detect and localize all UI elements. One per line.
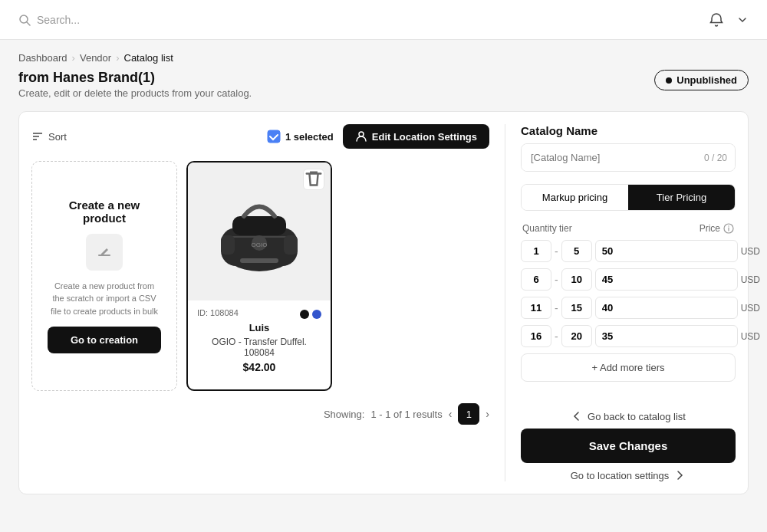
tier-rows: - USD - USD - USD - [521,240,736,347]
sort-button[interactable]: Sort [31,130,67,143]
tier-from-input-1[interactable] [521,268,551,291]
location-settings-label: Go to location settings [571,470,670,481]
breadcrumb: Dashboard › Vendor › Catalog list [0,40,767,64]
breadcrumb-current: Catalog list [124,52,173,64]
tier-from-input-0[interactable] [521,240,551,262]
svg-rect-13 [284,235,298,255]
catalog-name-label: Catalog Name [521,124,736,137]
product-price: $42.00 [197,361,321,373]
arrow-left-icon [571,410,583,422]
svg-rect-7 [98,255,110,256]
tier-price-input-2[interactable] [595,297,738,319]
edit-location-button[interactable]: Edit Location Settings [343,124,489,149]
tier-price-input-0[interactable] [595,240,738,262]
tier-row: - USD [521,297,736,319]
product-card-body: ID: 108084 Luis OGIO - Transfer Duffel. … [188,300,331,389]
edit-location-label: Edit Location Settings [372,131,477,143]
status-dot [666,77,672,84]
breadcrumb-sep-1: › [72,52,75,64]
tier-currency-1: USD [741,274,762,285]
search-icon [18,14,31,26]
svg-rect-12 [221,235,235,255]
save-changes-button[interactable]: Save Changes [521,429,736,463]
arrow-right-icon [673,469,686,481]
selected-label: 1 selected [285,131,334,143]
page-header: from Hanes Brand(1) Create, edit or dele… [0,64,767,111]
tier-from-input-2[interactable] [521,297,551,319]
catalog-name-section: Catalog Name 0 / 20 Markup pricing Tier … [521,124,736,394]
tier-dash-3: - [555,330,558,343]
product-image-area: OGIO [188,163,331,300]
tier-from-input-3[interactable] [521,325,551,347]
panel-divider [505,124,505,481]
pricing-tabs: Markup pricing Tier Pricing [521,184,736,211]
markup-pricing-tab[interactable]: Markup pricing [522,185,628,210]
create-card-icon [86,234,123,271]
main-content: Sort 1 selected Edit Location Settings [18,111,749,494]
tier-currency-2: USD [741,303,762,314]
search-bar[interactable]: Search... [18,14,700,26]
tier-price-input-3[interactable] [595,325,738,347]
tier-currency-3: USD [741,331,762,342]
tier-to-input-2[interactable] [561,297,592,319]
toolbar: Sort 1 selected Edit Location Settings [31,124,489,149]
page-1-button[interactable]: 1 [458,403,479,425]
person-icon [355,130,367,143]
svg-line-1 [27,22,30,25]
catalog-name-counter: 0 / 20 [704,153,727,163]
checkbox-checked-icon [267,130,281,143]
prev-page-button[interactable]: ‹ [449,408,453,420]
add-more-tiers-button[interactable]: + Add more tiers [521,353,736,382]
tier-row: - USD [521,268,736,291]
page-header-left: from Hanes Brand(1) Create, edit or dele… [18,70,252,99]
tier-pricing-tab[interactable]: Tier Pricing [628,185,735,210]
pagination: Showing: 1 - 1 of 1 results ‹ 1 › [31,403,489,425]
tier-row: - USD [521,240,736,262]
sort-icon [31,130,44,143]
svg-rect-10 [232,216,286,235]
tier-dash-0: - [555,245,558,258]
go-back-label: Go back to catalog list [588,411,686,422]
catalog-name-input[interactable] [522,144,735,171]
next-page-button[interactable]: › [486,408,489,420]
catalog-name-input-wrap: 0 / 20 [521,143,736,172]
trash-icon [304,161,324,229]
product-name: OGIO - Transfer Duffel. 108084 [197,337,321,358]
right-panel-actions: Go back to catalog list Save Changes Go … [521,410,736,481]
tier-table-header: Quantity tier Price [521,223,736,234]
tier-price-input-1[interactable] [595,268,738,291]
showing-prefix: Showing: [324,409,364,420]
tier-row: - USD [521,325,736,347]
page-title: from Hanes Brand(1) [18,70,252,86]
delete-product-button[interactable] [303,169,324,190]
breadcrumb-dashboard[interactable]: Dashboard [18,52,67,64]
bell-icon[interactable] [709,12,724,28]
go-to-creation-button[interactable]: Go to creation [48,327,161,353]
tier-to-input-0[interactable] [561,240,592,262]
breadcrumb-vendor[interactable]: Vendor [80,52,111,64]
topnav: Search... [0,0,767,40]
status-label: Unpublished [676,74,737,86]
go-back-button[interactable]: Go back to catalog list [521,410,736,422]
sort-label: Sort [48,131,67,143]
svg-text:OGIO: OGIO [252,241,268,248]
tier-currency-0: USD [741,246,762,257]
price-header: Price [700,223,734,234]
product-card[interactable]: OGIO ID: 108084 Luis OGIO - Transfer Duf… [186,161,332,391]
create-product-card: Create a new product Create a new produc… [31,161,177,391]
tier-to-input-3[interactable] [561,325,592,347]
create-card-description: Create a new product from the scratch or… [48,280,161,318]
chevron-down-icon[interactable] [736,14,749,26]
location-settings-button[interactable]: Go to location settings [521,469,736,481]
status-badge[interactable]: Unpublished [654,70,749,90]
search-placeholder: Search... [37,14,80,26]
color-dot-black [300,310,309,319]
create-card-title: Create a new product [48,199,161,225]
product-id: ID: 108084 [197,308,239,317]
tier-to-input-1[interactable] [561,268,592,291]
color-dot-blue [312,310,321,319]
product-bag-image: OGIO [209,182,309,281]
left-panel: Sort 1 selected Edit Location Settings [31,124,489,481]
svg-point-6 [359,132,364,136]
showing-range: 1 - 1 of 1 results [370,409,442,420]
